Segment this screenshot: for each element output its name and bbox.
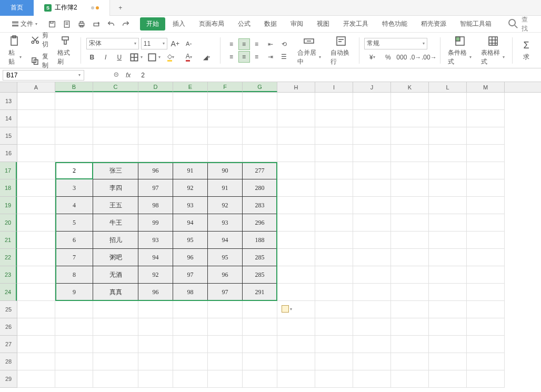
row-header-25[interactable]: 25 — [0, 301, 17, 318]
cell-G19[interactable]: 283 — [243, 197, 277, 214]
cell-B22[interactable]: 7 — [55, 249, 93, 266]
decrease-indent-button[interactable]: ⇤ — [265, 38, 276, 50]
cell-B21[interactable]: 6 — [55, 232, 93, 249]
cell-C26[interactable] — [93, 318, 138, 336]
cell-I24[interactable] — [315, 284, 353, 301]
cell-L24[interactable] — [429, 284, 467, 301]
cell-M17[interactable] — [467, 162, 505, 179]
cell-C14[interactable] — [93, 110, 138, 127]
cell-J13[interactable] — [353, 93, 391, 110]
ribbon-tab-data[interactable]: 数据 — [258, 17, 283, 31]
cell-K16[interactable] — [391, 145, 429, 162]
cell-C18[interactable]: 李四 — [93, 179, 138, 197]
cell-G24[interactable]: 291 — [243, 284, 277, 301]
row-header-14[interactable]: 14 — [0, 110, 17, 127]
cell-M15[interactable] — [467, 127, 505, 145]
column-header-E[interactable]: E — [173, 82, 208, 92]
cell-K25[interactable] — [391, 301, 429, 318]
cell-I13[interactable] — [315, 93, 353, 110]
copy-button[interactable]: 复制 — [29, 52, 50, 71]
cell-L22[interactable] — [429, 249, 467, 266]
underline-button[interactable]: U — [114, 52, 125, 63]
cell-F14[interactable] — [208, 110, 243, 127]
cell-K22[interactable] — [391, 249, 429, 266]
row-header-28[interactable]: 28 — [0, 353, 17, 370]
cell-M19[interactable] — [467, 197, 505, 214]
column-header-H[interactable]: H — [277, 82, 315, 92]
cell-L16[interactable] — [429, 145, 467, 162]
cell-F23[interactable]: 96 — [208, 266, 243, 284]
cell-J21[interactable] — [353, 232, 391, 249]
cell-K21[interactable] — [391, 232, 429, 249]
cell-I29[interactable] — [315, 370, 353, 388]
cell-C19[interactable]: 王五 — [93, 197, 138, 214]
cell-D16[interactable] — [138, 145, 173, 162]
formula-value[interactable]: 2 — [141, 72, 145, 79]
search-box[interactable]: 查找 — [503, 14, 533, 34]
cell-C15[interactable] — [93, 127, 138, 145]
cell-I16[interactable] — [315, 145, 353, 162]
cell-E28[interactable] — [173, 353, 208, 370]
cell-D26[interactable] — [138, 318, 173, 336]
cell-M25[interactable] — [467, 301, 505, 318]
fill-color-button[interactable]: ◇▾ — [163, 52, 179, 63]
cell-B18[interactable]: 3 — [55, 179, 93, 197]
cell-J20[interactable] — [353, 214, 391, 232]
ribbon-tab-start[interactable]: 开始 — [140, 17, 165, 31]
ribbon-tab-special[interactable]: 特色功能 — [376, 17, 414, 31]
increase-font-button[interactable]: A+ — [169, 38, 181, 49]
table-style-button[interactable]: 表格样式▾ — [479, 35, 507, 66]
cell-B24[interactable]: 9 — [55, 284, 93, 301]
cell-G23[interactable]: 285 — [243, 266, 277, 284]
cell-I23[interactable] — [315, 266, 353, 284]
column-header-J[interactable]: J — [353, 82, 391, 92]
cell-M20[interactable] — [467, 214, 505, 232]
cell-K27[interactable] — [391, 336, 429, 353]
cell-H19[interactable] — [277, 197, 315, 214]
cell-M27[interactable] — [467, 336, 505, 353]
cell-B20[interactable]: 5 — [55, 214, 93, 232]
cell-A29[interactable] — [17, 370, 55, 388]
row-header-13[interactable]: 13 — [0, 93, 17, 110]
cell-I28[interactable] — [315, 353, 353, 370]
cell-G25[interactable] — [243, 301, 277, 318]
align-bottom-button[interactable]: ≡ — [251, 38, 263, 50]
cell-E27[interactable] — [173, 336, 208, 353]
increase-indent-button[interactable]: ⇥ — [265, 51, 276, 63]
cell-A13[interactable] — [17, 93, 55, 110]
cell-D14[interactable] — [138, 110, 173, 127]
cell-E19[interactable]: 93 — [173, 197, 208, 214]
cell-L23[interactable] — [429, 266, 467, 284]
row-header-17[interactable]: 17 — [0, 162, 17, 179]
cell-C22[interactable]: 粥吧 — [93, 249, 138, 266]
cell-D18[interactable]: 97 — [138, 179, 173, 197]
cell-K24[interactable] — [391, 284, 429, 301]
cell-G27[interactable] — [243, 336, 277, 353]
undo-icon[interactable] — [107, 20, 115, 28]
cell-D13[interactable] — [138, 93, 173, 110]
cell-J16[interactable] — [353, 145, 391, 162]
new-tab-button[interactable]: + — [110, 4, 131, 12]
cell-B27[interactable] — [55, 336, 93, 353]
row-header-18[interactable]: 18 — [0, 179, 17, 197]
cell-D28[interactable] — [138, 353, 173, 370]
print-icon[interactable] — [77, 20, 86, 28]
cell-H26[interactable] — [277, 318, 315, 336]
cell-B13[interactable] — [55, 93, 93, 110]
cell-D22[interactable]: 94 — [138, 249, 173, 266]
cells-area[interactable]: 2张三9691902773李四9792912804王五9893922835牛王9… — [17, 93, 505, 388]
cell-E26[interactable] — [173, 318, 208, 336]
row-header-19[interactable]: 19 — [0, 197, 17, 214]
cell-J26[interactable] — [353, 318, 391, 336]
cell-K19[interactable] — [391, 197, 429, 214]
cell-G15[interactable] — [243, 127, 277, 145]
cell-H17[interactable] — [277, 162, 315, 179]
cell-E13[interactable] — [173, 93, 208, 110]
cell-G26[interactable] — [243, 318, 277, 336]
name-box[interactable]: B17 ▾ — [3, 70, 84, 81]
cell-K23[interactable] — [391, 266, 429, 284]
cell-D27[interactable] — [138, 336, 173, 353]
cell-A16[interactable] — [17, 145, 55, 162]
spreadsheet-grid[interactable]: ABCDEFGHIJKLM 13141516171819202122232425… — [0, 82, 541, 388]
ribbon-tab-review[interactable]: 审阅 — [284, 17, 309, 31]
